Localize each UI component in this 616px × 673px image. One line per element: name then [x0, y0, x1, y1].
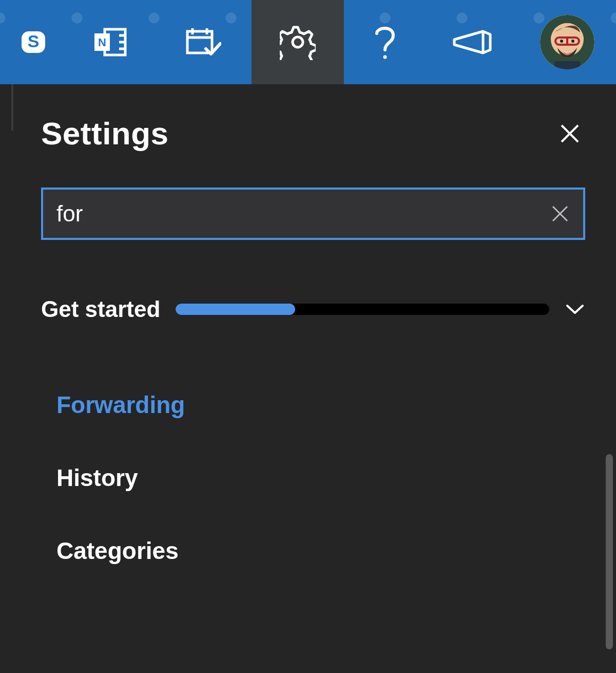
- search-clear-button[interactable]: [547, 201, 573, 227]
- search-input[interactable]: [56, 201, 547, 227]
- skype-icon[interactable]: S: [0, 0, 67, 84]
- close-icon: [560, 123, 580, 144]
- svg-text:S: S: [28, 31, 40, 51]
- megaphone-icon[interactable]: [426, 0, 518, 84]
- svg-rect-22: [554, 61, 580, 69]
- progress-fill: [176, 304, 295, 315]
- avatar-image: [540, 15, 594, 69]
- svg-text:N: N: [98, 36, 106, 49]
- search-results: ForwardingHistoryCategories: [41, 368, 585, 587]
- gear-icon[interactable]: [252, 0, 344, 84]
- onenote-icon[interactable]: N: [67, 0, 154, 84]
- svg-point-13: [383, 55, 387, 59]
- get-started-row[interactable]: Get started: [41, 296, 585, 322]
- get-started-progress: [176, 304, 549, 315]
- svg-point-21: [571, 40, 574, 43]
- avatar[interactable]: [518, 0, 616, 84]
- expand-toggle[interactable]: [565, 304, 585, 315]
- panel-header: Settings: [41, 115, 585, 152]
- svg-marker-14: [454, 31, 490, 53]
- panel-left-divider: [11, 84, 13, 130]
- close-button[interactable]: [554, 118, 585, 149]
- chevron-down-icon: [566, 304, 584, 315]
- result-item[interactable]: Forwarding: [56, 368, 585, 441]
- result-item[interactable]: Categories: [56, 514, 585, 587]
- get-started-label: Get started: [41, 296, 160, 322]
- calendar-check-icon[interactable]: [154, 0, 252, 84]
- result-item[interactable]: History: [56, 441, 585, 514]
- settings-panel: Settings Get started: [11, 84, 616, 673]
- panel-title: Settings: [41, 115, 169, 152]
- topbar: S N: [0, 0, 616, 84]
- clear-icon: [551, 204, 569, 223]
- help-icon[interactable]: [344, 0, 426, 84]
- svg-point-20: [560, 40, 563, 43]
- settings-search[interactable]: [41, 188, 585, 240]
- svg-point-12: [293, 37, 303, 47]
- scrollbar-thumb[interactable]: [606, 454, 613, 649]
